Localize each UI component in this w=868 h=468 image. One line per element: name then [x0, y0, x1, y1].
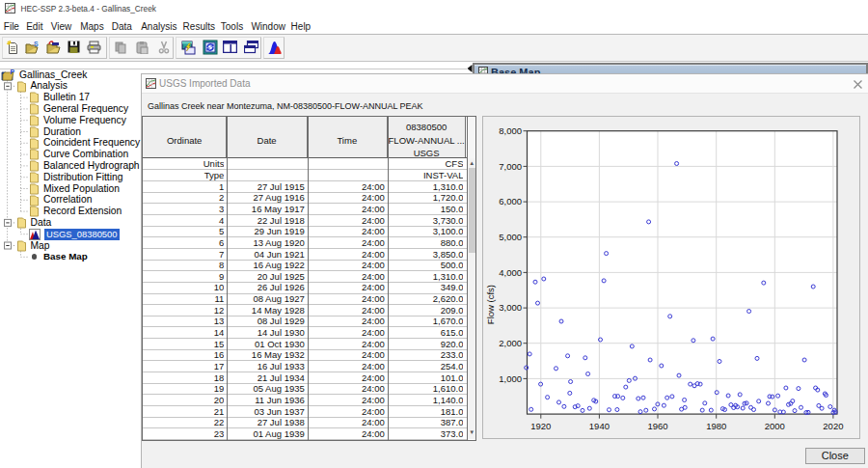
svg-text:7,000: 7,000: [499, 160, 522, 171]
svg-text:1,000: 1,000: [499, 372, 522, 383]
svg-text:1960: 1960: [647, 421, 667, 431]
svg-text:P: P: [11, 69, 15, 75]
svg-text:1980: 1980: [706, 421, 726, 431]
svg-text:1920: 1920: [530, 421, 551, 431]
svg-text:3,000: 3,000: [499, 302, 522, 313]
svg-text:2020: 2020: [823, 421, 843, 431]
svg-text:S: S: [34, 41, 39, 47]
svg-text:1940: 1940: [588, 421, 609, 431]
svg-text:4,000: 4,000: [499, 266, 522, 277]
svg-text:Flow (cfs): Flow (cfs): [485, 285, 496, 324]
svg-text:2,000: 2,000: [499, 337, 522, 347]
svg-text:8,000: 8,000: [499, 124, 522, 135]
svg-text:2000: 2000: [764, 421, 784, 431]
svg-text:5,000: 5,000: [499, 231, 522, 241]
svg-text:6,000: 6,000: [499, 196, 522, 206]
